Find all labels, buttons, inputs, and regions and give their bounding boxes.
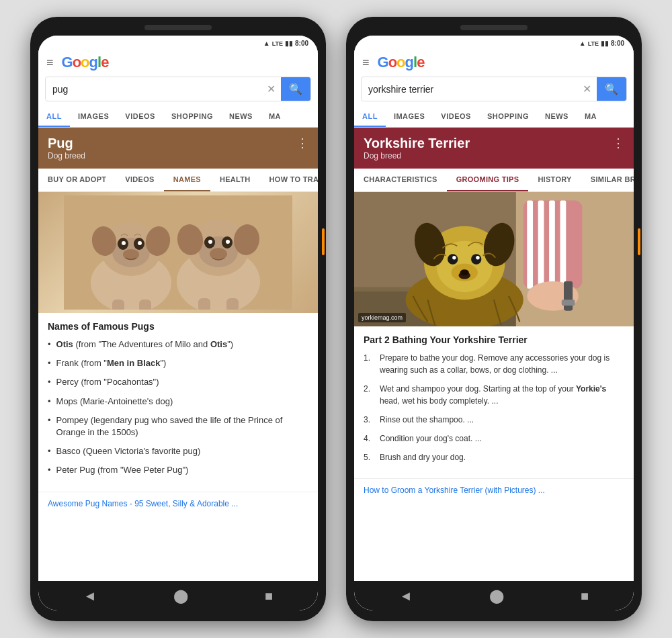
kp-info-pug: Pug Dog breed xyxy=(48,136,85,161)
step-text-5: Brush and dry your dog. xyxy=(380,451,466,463)
names-title: Names of Famous Pugs xyxy=(48,321,308,332)
step-1: 1. Prepare to bathe your dog. Remove any… xyxy=(364,352,624,376)
time-label-1: 8:00 xyxy=(295,40,308,47)
pug-svg xyxy=(64,195,292,310)
back-button-2[interactable]: ◄ xyxy=(399,588,413,604)
tab-more-1[interactable]: MA xyxy=(261,107,289,127)
kp-header-pug: Pug Dog breed ⋮ xyxy=(38,128,318,169)
google-logo-2: Google xyxy=(378,54,425,71)
hamburger-menu-1[interactable]: ≡ xyxy=(46,56,54,70)
status-icons-1: ▲ LTE ▮▮ 8:00 xyxy=(263,40,308,47)
svg-point-16 xyxy=(208,240,212,244)
kp-header-yorkie: Yorkshire Terrier Dog breed ⋮ xyxy=(354,128,634,169)
bottom-link-yorkie[interactable]: How to Groom a Yorkshire Terrier (with P… xyxy=(354,478,634,502)
list-item-frank: • Frank (from "Men in Black") xyxy=(48,357,308,369)
tab-all-2[interactable]: ALL xyxy=(354,107,386,127)
list-item-peter: • Peter Pug (from "Wee Peter Pug") xyxy=(48,464,308,476)
tab-news-2[interactable]: NEWS xyxy=(537,107,577,127)
list-text-5: Pompey (legendary pug who saved the life… xyxy=(56,414,308,439)
step-4: 4. Condition your dog's coat. ... xyxy=(364,432,624,445)
time-label-2: 8:00 xyxy=(611,40,624,47)
google-header-2: ≡ Google xyxy=(354,51,634,77)
search-bar-2[interactable]: ✕ 🔍 xyxy=(361,77,627,101)
svg-rect-36 xyxy=(562,300,575,306)
sub-tab-names[interactable]: NAMES xyxy=(164,169,210,191)
svg-rect-31 xyxy=(538,200,544,288)
battery-icon: ▮▮ xyxy=(285,40,293,47)
bottom-link-pug[interactable]: Awesome Pug Names - 95 Sweet, Silly & Ad… xyxy=(38,492,318,515)
bullet-6: • xyxy=(48,445,51,457)
sub-tab-similar[interactable]: SIMILAR BRE... xyxy=(581,169,634,191)
back-button-1[interactable]: ◄ xyxy=(83,588,97,604)
nav-tabs-2: ALL IMAGES VIDEOS SHOPPING NEWS MA xyxy=(354,107,634,128)
recents-button-1[interactable]: ■ xyxy=(265,588,273,604)
tab-images-1[interactable]: IMAGES xyxy=(70,107,117,127)
search-clear-1[interactable]: ✕ xyxy=(261,79,281,99)
sub-tab-history[interactable]: HISTORY xyxy=(528,169,581,191)
content-area-1[interactable]: Pug Dog breed ⋮ BUY OR ADOPT VIDEOS NAME… xyxy=(38,128,318,581)
yorkie-image-area: yorkiemag.com xyxy=(354,192,634,326)
tab-news-1[interactable]: NEWS xyxy=(221,107,261,127)
svg-rect-32 xyxy=(549,200,555,288)
tab-videos-1[interactable]: VIDEOS xyxy=(117,107,163,127)
step-num-1: 1. xyxy=(364,352,374,376)
search-icon-2: 🔍 xyxy=(605,83,618,95)
svg-rect-30 xyxy=(527,200,533,288)
bullet-5: • xyxy=(48,414,51,439)
bottom-nav-1: ◄ ⬤ ■ xyxy=(38,581,318,610)
sub-tab-buy[interactable]: BUY OR ADOPT xyxy=(38,169,116,191)
home-button-1[interactable]: ⬤ xyxy=(173,588,188,604)
search-clear-2[interactable]: ✕ xyxy=(577,79,597,99)
signal-icon: ▲ xyxy=(263,40,270,47)
sub-tab-grooming[interactable]: GROOMING TIPS xyxy=(447,169,529,191)
kp-menu-pug[interactable]: ⋮ xyxy=(296,136,308,150)
kp-menu-yorkie[interactable]: ⋮ xyxy=(612,136,624,150)
svg-rect-33 xyxy=(560,200,566,288)
svg-point-45 xyxy=(476,256,479,259)
status-bar-2: ▲ LTE ▮▮ 8:00 xyxy=(354,36,634,51)
pug-image-area xyxy=(38,192,318,313)
sub-tab-health[interactable]: HEALTH xyxy=(210,169,260,191)
tab-shopping-1[interactable]: SHOPPING xyxy=(163,107,221,127)
sub-tab-characteristics[interactable]: CHARACTERISTICS xyxy=(354,169,447,191)
phone-2: ▲ LTE ▮▮ 8:00 ≡ Google ✕ 🔍 ALL IMAGES V xyxy=(346,17,642,621)
kp-title-yorkie: Yorkshire Terrier xyxy=(364,136,470,151)
home-button-2[interactable]: ⬤ xyxy=(489,588,504,604)
hamburger-menu-2[interactable]: ≡ xyxy=(362,56,370,70)
image-source: yorkiemag.com xyxy=(358,313,406,322)
step-text-3: Rinse out the shampoo. ... xyxy=(380,414,474,426)
svg-point-48 xyxy=(460,269,469,275)
svg-point-43 xyxy=(471,254,481,264)
step-num-5: 5. xyxy=(364,451,374,463)
tab-images-2[interactable]: IMAGES xyxy=(386,107,433,127)
search-button-2[interactable]: 🔍 xyxy=(597,77,626,101)
tab-all-1[interactable]: ALL xyxy=(38,107,70,127)
yorkie-content-section: Part 2 Bathing Your Yorkshire Terrier 1.… xyxy=(354,326,634,478)
search-input-1[interactable] xyxy=(46,79,261,100)
status-bar-1: ▲ LTE ▮▮ 8:00 xyxy=(38,36,318,51)
yorkie-svg xyxy=(354,192,634,326)
list-text-3: Percy (from "Pocahontas") xyxy=(56,376,159,388)
sub-tab-train[interactable]: HOW TO TRAIN xyxy=(260,169,318,191)
lte-label: LTE xyxy=(272,40,283,47)
grooming-title: Part 2 Bathing Your Yorkshire Terrier xyxy=(364,334,624,345)
step-2: 2. Wet and shampoo your dog. Starting at… xyxy=(364,383,624,407)
phone-1: ▲ LTE ▮▮ 8:00 ≡ Google ✕ 🔍 ALL IMAGES V xyxy=(30,17,326,621)
svg-point-17 xyxy=(226,240,230,244)
tab-videos-2[interactable]: VIDEOS xyxy=(433,107,479,127)
recents-button-2[interactable]: ■ xyxy=(581,588,589,604)
content-area-2[interactable]: Yorkshire Terrier Dog breed ⋮ CHARACTERI… xyxy=(354,128,634,581)
lte-label-2: LTE xyxy=(588,40,599,47)
search-input-2[interactable] xyxy=(362,79,577,100)
list-item-percy: • Percy (from "Pocahontas") xyxy=(48,376,308,388)
tab-shopping-2[interactable]: SHOPPING xyxy=(479,107,537,127)
search-bar-1[interactable]: ✕ 🔍 xyxy=(45,77,311,101)
search-button-1[interactable]: 🔍 xyxy=(281,77,310,101)
kp-info-yorkie: Yorkshire Terrier Dog breed xyxy=(364,136,470,161)
sub-tab-videos[interactable]: VIDEOS xyxy=(116,169,163,191)
tab-more-2[interactable]: MA xyxy=(577,107,605,127)
step-text-1: Prepare to bathe your dog. Remove any ac… xyxy=(380,352,624,376)
sub-tabs-pug: BUY OR ADOPT VIDEOS NAMES HEALTH HOW TO … xyxy=(38,169,318,192)
kp-title-pug: Pug xyxy=(48,136,85,151)
svg-point-8 xyxy=(123,249,139,260)
